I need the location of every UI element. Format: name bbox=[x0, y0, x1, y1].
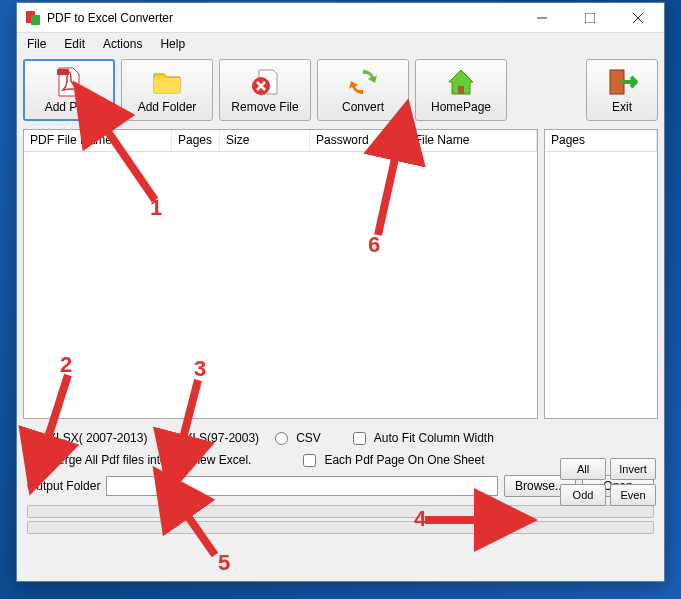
convert-label: Convert bbox=[342, 100, 384, 114]
invert-button[interactable]: Invert bbox=[610, 458, 656, 480]
maximize-button[interactable] bbox=[572, 6, 608, 30]
check-eachpage[interactable] bbox=[303, 454, 316, 467]
window-controls bbox=[524, 6, 656, 30]
add-pdf-label: Add PDF bbox=[45, 100, 94, 114]
progress-bar-2 bbox=[27, 521, 654, 534]
label-autofit: Auto Fit Column Width bbox=[374, 431, 494, 445]
titlebar: PDF to Excel Converter bbox=[17, 3, 664, 33]
selection-buttons: All Invert Odd Even bbox=[560, 458, 656, 506]
annotation-1: 1 bbox=[150, 195, 162, 221]
label-csv: CSV bbox=[296, 431, 321, 445]
annotation-6: 6 bbox=[368, 232, 380, 258]
annotation-2: 2 bbox=[60, 352, 72, 378]
label-merge: Merge All Pdf files into one new Excel. bbox=[48, 453, 251, 467]
format-row: XLSX( 2007-2013) XLS(97-2003) CSV Auto F… bbox=[27, 431, 654, 445]
col-fullname[interactable]: Full File Name bbox=[386, 130, 537, 151]
col-pages[interactable]: Pages bbox=[172, 130, 220, 151]
remove-icon bbox=[249, 66, 281, 98]
minimize-button[interactable] bbox=[524, 6, 560, 30]
col-password[interactable]: Password bbox=[310, 130, 386, 151]
file-list[interactable]: PDF File Name Pages Size Password Full F… bbox=[23, 129, 538, 419]
even-button[interactable]: Even bbox=[610, 484, 656, 506]
annotation-5: 5 bbox=[218, 550, 230, 576]
progress-bar-1 bbox=[27, 505, 654, 518]
progress-area bbox=[17, 501, 664, 538]
window-title: PDF to Excel Converter bbox=[47, 11, 524, 25]
output-folder-field[interactable] bbox=[106, 476, 498, 496]
app-icon bbox=[25, 10, 41, 26]
radio-xls[interactable] bbox=[163, 432, 176, 445]
col-side-pages[interactable]: Pages bbox=[545, 130, 657, 151]
menu-file[interactable]: File bbox=[27, 37, 46, 51]
pages-list[interactable]: Pages bbox=[544, 129, 658, 419]
svg-rect-9 bbox=[610, 70, 624, 94]
radio-xlsx[interactable] bbox=[27, 432, 40, 445]
close-button[interactable] bbox=[620, 6, 656, 30]
remove-file-label: Remove File bbox=[231, 100, 298, 114]
exit-label: Exit bbox=[612, 100, 632, 114]
col-name[interactable]: PDF File Name bbox=[24, 130, 172, 151]
menubar: File Edit Actions Help bbox=[17, 33, 664, 55]
file-list-header: PDF File Name Pages Size Password Full F… bbox=[24, 130, 537, 152]
add-folder-button[interactable]: Add Folder bbox=[121, 59, 213, 121]
menu-help[interactable]: Help bbox=[160, 37, 185, 51]
radio-csv[interactable] bbox=[275, 432, 288, 445]
annotation-4: 4 bbox=[414, 506, 426, 532]
check-autofit[interactable] bbox=[353, 432, 366, 445]
exit-icon bbox=[606, 66, 638, 98]
odd-button[interactable]: Odd bbox=[560, 484, 606, 506]
homepage-label: HomePage bbox=[431, 100, 491, 114]
main-area: PDF File Name Pages Size Password Full F… bbox=[17, 125, 664, 423]
convert-icon bbox=[347, 66, 379, 98]
homepage-button[interactable]: HomePage bbox=[415, 59, 507, 121]
svg-rect-3 bbox=[585, 13, 595, 23]
folder-icon bbox=[151, 66, 183, 98]
home-icon bbox=[445, 66, 477, 98]
svg-rect-1 bbox=[31, 15, 40, 25]
toolbar: Add PDF Add Folder Remove File Convert H… bbox=[17, 55, 664, 125]
pdf-icon bbox=[53, 66, 85, 98]
all-button[interactable]: All bbox=[560, 458, 606, 480]
label-xlsx: XLSX( 2007-2013) bbox=[48, 431, 147, 445]
remove-file-button[interactable]: Remove File bbox=[219, 59, 311, 121]
check-merge[interactable] bbox=[27, 454, 40, 467]
add-pdf-button[interactable]: Add PDF bbox=[23, 59, 115, 121]
label-eachpage: Each Pdf Page On One Sheet bbox=[324, 453, 484, 467]
app-window: PDF to Excel Converter File Edit Actions… bbox=[16, 2, 665, 582]
menu-edit[interactable]: Edit bbox=[64, 37, 85, 51]
annotation-3: 3 bbox=[194, 356, 206, 382]
output-label: Output Folder bbox=[27, 479, 100, 493]
menu-actions[interactable]: Actions bbox=[103, 37, 142, 51]
col-size[interactable]: Size bbox=[220, 130, 310, 151]
exit-button[interactable]: Exit bbox=[586, 59, 658, 121]
add-folder-label: Add Folder bbox=[138, 100, 197, 114]
label-xls: XLS(97-2003) bbox=[184, 431, 259, 445]
pages-list-header: Pages bbox=[545, 130, 657, 152]
convert-button[interactable]: Convert bbox=[317, 59, 409, 121]
svg-rect-8 bbox=[458, 86, 464, 94]
